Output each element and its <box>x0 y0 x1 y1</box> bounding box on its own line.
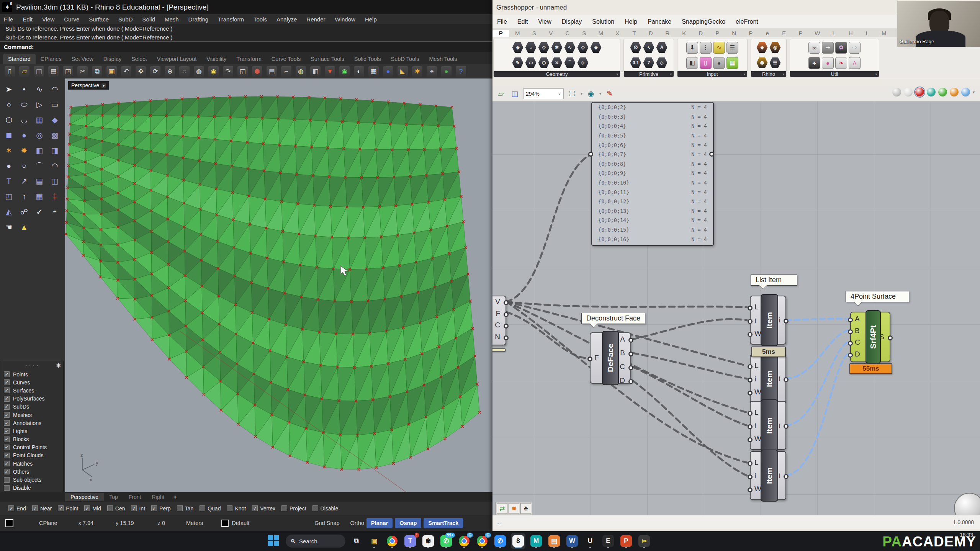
gh-component-icon[interactable]: ▦ <box>726 57 738 69</box>
named-view-icon[interactable]: ⬢ <box>252 66 262 77</box>
checkbox[interactable] <box>4 485 10 491</box>
menu-item-solid[interactable]: Solid <box>142 16 155 23</box>
viewport-tab-perspective[interactable]: Perspective <box>65 493 104 501</box>
paint-brush-icon[interactable]: ✎ <box>604 88 615 99</box>
filter-row-curves[interactable]: ✓Curves <box>0 378 63 386</box>
gh-component-tab-2[interactable]: S <box>526 30 543 37</box>
checkbox[interactable] <box>107 505 113 511</box>
whatsapp-icon[interactable]: ✆99+ <box>439 533 453 549</box>
zoom-icon[interactable]: ✆ <box>493 533 507 549</box>
gh-component-icon[interactable]: ☰ <box>769 57 781 69</box>
node-port[interactable] <box>888 335 893 340</box>
node-port[interactable] <box>784 319 789 324</box>
filter-row-blocks[interactable]: ✓Blocks <box>0 435 63 443</box>
gh-component-tab-14[interactable]: N <box>726 30 743 37</box>
paste-icon[interactable]: ▣ <box>106 66 117 77</box>
checkbox[interactable]: ✓ <box>8 505 14 511</box>
filter-row-sub-objects[interactable]: Sub-objects <box>0 476 63 484</box>
gradient-icon[interactable]: ▼ <box>325 66 335 77</box>
selection-filter-header[interactable]: · · · · ✱ <box>0 361 63 370</box>
chevron-down-icon[interactable]: ▾ <box>973 90 975 94</box>
zoom-level-select[interactable]: 294% ∨ <box>523 88 564 99</box>
command-prompt[interactable]: Command: <box>0 42 492 52</box>
y-coordinate[interactable]: y 15.19 <box>116 520 134 526</box>
node-port[interactable] <box>628 352 633 356</box>
gh-component-tab-16[interactable]: e <box>759 30 776 37</box>
deconstruct-mesh-node[interactable]: VFCN <box>492 296 506 345</box>
gh-component-icon[interactable]: ⬢ <box>756 57 768 69</box>
gh-component-tab-17[interactable]: E <box>776 30 793 37</box>
curve-cv-icon[interactable]: ∿ <box>33 82 46 96</box>
gh-component-tab-8[interactable]: T <box>626 30 643 37</box>
checkbox[interactable]: ✓ <box>252 505 258 511</box>
preview-eye-icon[interactable]: ◉ <box>586 88 596 99</box>
checkbox[interactable]: ✓ <box>4 453 10 458</box>
display-gem-icon[interactable] <box>927 88 936 96</box>
chevron-down-icon[interactable]: ▾ <box>581 92 582 96</box>
toolbar-tab-select[interactable]: Select <box>126 54 152 64</box>
gh-menu-help[interactable]: Help <box>625 18 637 25</box>
gh-component-icon[interactable]: 7 <box>643 57 654 69</box>
ungroup-icon[interactable]: ○ <box>17 159 31 173</box>
gh-component-tab-6[interactable]: M <box>592 30 609 37</box>
cplane-pane[interactable]: CPlane <box>39 520 57 526</box>
rotate-view-icon[interactable]: ⟳ <box>150 66 160 77</box>
gh-component-icon[interactable]: 0.1 <box>630 57 641 69</box>
checkbox[interactable]: ✓ <box>4 387 10 393</box>
sphere-icon[interactable]: ● <box>17 128 31 142</box>
menu-item-file[interactable]: File <box>4 16 13 23</box>
filter-row-points[interactable]: ✓Points <box>0 370 63 378</box>
gh-component-icon[interactable]: ❧ <box>835 57 847 69</box>
node-port[interactable] <box>587 356 592 361</box>
zoom-extents-icon[interactable]: ⛶ <box>567 88 578 99</box>
gh-component-tab-12[interactable]: D <box>692 30 709 37</box>
checkbox[interactable]: ✓ <box>4 461 10 466</box>
checkbox[interactable]: ✓ <box>4 437 10 442</box>
list-item-node-3[interactable]: ItemLiWi <box>750 401 786 450</box>
gh-component-icon[interactable]: ◧ <box>686 57 698 69</box>
teams-icon[interactable]: T! <box>403 533 417 549</box>
grid-snap-toggle[interactable]: Grid Snap <box>314 520 339 526</box>
viewport-tab-front[interactable]: Front <box>123 493 147 501</box>
checkbox[interactable]: ✓ <box>4 379 10 385</box>
layer-pane[interactable]: Default <box>221 520 249 527</box>
surface-bend-icon[interactable]: ◆ <box>48 113 62 127</box>
menu-item-render[interactable]: Render <box>306 16 325 23</box>
toolbar-tab-display[interactable]: Display <box>98 54 127 64</box>
add-viewport-button[interactable]: + <box>170 494 180 500</box>
menu-item-subd[interactable]: SubD <box>118 16 133 23</box>
osnap-perp[interactable]: ✓Perp <box>151 505 171 512</box>
filter-row-subds[interactable]: ✓SubDs <box>0 403 63 411</box>
fireworks-icon[interactable]: ✹ <box>509 503 519 514</box>
checkbox[interactable]: ✓ <box>4 420 10 426</box>
help-icon[interactable]: ? <box>456 66 466 77</box>
pyramid-icon[interactable]: ▲ <box>17 220 31 234</box>
toolbar-tab-set-view[interactable]: Set View <box>67 54 98 64</box>
node-port[interactable] <box>848 317 853 322</box>
node-port[interactable] <box>504 324 509 329</box>
plan-view-icon[interactable]: ⬒ <box>267 66 277 77</box>
rhino-8-icon[interactable]: 8 <box>511 533 525 549</box>
scale-icon[interactable]: ↗ <box>17 174 31 188</box>
flatten-icon[interactable]: ◧ <box>33 144 46 157</box>
node-port[interactable] <box>748 487 753 492</box>
data-panel-input-port[interactable] <box>588 152 593 157</box>
text-icon[interactable]: T <box>2 174 16 188</box>
osnap-toggle[interactable]: Osnap <box>395 518 421 528</box>
offset-icon[interactable]: ◭ <box>2 205 16 219</box>
arc-rebuild-icon[interactable]: ◠ <box>48 159 62 173</box>
file-explorer-icon[interactable]: ▣ <box>367 533 381 549</box>
gh-menu-elefront[interactable]: eleFront <box>736 18 758 25</box>
viewport-title-badge[interactable]: Perspective ▾ <box>68 81 109 90</box>
menu-item-transform[interactable]: Transform <box>218 16 244 23</box>
gh-component-icon[interactable]: ⋮ <box>700 42 712 54</box>
checkbox[interactable]: ✓ <box>4 428 10 434</box>
ellipse-icon[interactable]: ⬭ <box>17 98 31 111</box>
list-item-node-4[interactable]: ItemLiWi <box>750 451 786 500</box>
gh-component-icon[interactable]: ◆ <box>512 42 524 53</box>
wireframe-icon[interactable]: ▦ <box>368 66 379 77</box>
render-sphere-icon[interactable]: ● <box>383 66 393 77</box>
filter-row-control-points[interactable]: ✓Control Points <box>0 443 63 451</box>
array-icon[interactable]: ▦ <box>33 190 46 203</box>
node-port[interactable] <box>848 353 853 358</box>
